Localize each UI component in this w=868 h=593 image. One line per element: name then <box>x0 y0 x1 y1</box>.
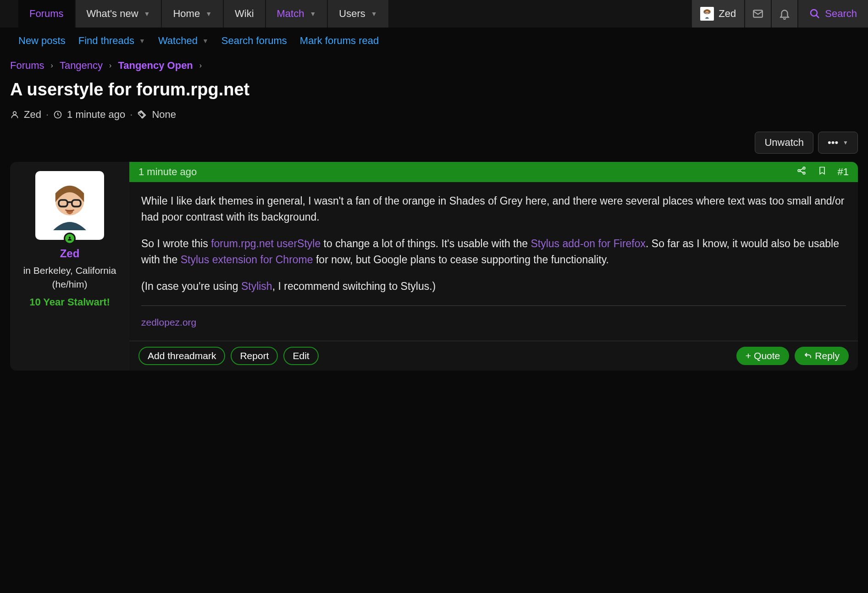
chevron-down-icon: ▼ <box>310 10 316 17</box>
share-icon <box>796 166 807 176</box>
thread-meta: Zed · 1 minute ago · None <box>0 102 868 127</box>
more-menu-button[interactable]: ••• ▼ <box>818 132 858 154</box>
thread-actions: Unwatch ••• ▼ <box>0 127 868 162</box>
sub-nav: New posts Find threads ▼ Watched ▼ Searc… <box>0 28 868 54</box>
link-userstyle[interactable]: forum.rpg.net userStyle <box>211 238 321 249</box>
chevron-down-icon: ▼ <box>144 10 150 17</box>
subnav-markread[interactable]: Mark forums read <box>300 35 379 47</box>
thread-title: A userstyle for forum.rpg.net <box>10 80 858 100</box>
post-body: While I like dark themes in general, I w… <box>129 182 858 341</box>
breadcrumb: Forums › Tangency › Tangency Open › <box>0 54 868 75</box>
crumb-tangency[interactable]: Tangency <box>60 60 103 72</box>
nav-tab-match[interactable]: Match ▼ <box>266 0 327 28</box>
chevron-right-icon: › <box>109 61 111 70</box>
chevron-down-icon: ▼ <box>843 139 848 146</box>
post-user-pronouns: (he/him) <box>16 279 124 290</box>
add-threadmark-button[interactable]: Add threadmark <box>138 347 225 365</box>
post-paragraph: (In case you're using Stylish, I recomme… <box>141 278 846 294</box>
nav-tabs: Forums What's new ▼ Home ▼ Wiki Match ▼ … <box>18 0 389 28</box>
signature-link[interactable]: zedlopez.org <box>141 317 196 327</box>
nav-tab-home[interactable]: Home ▼ <box>162 0 223 28</box>
signature-divider <box>141 305 846 306</box>
post-user-panel: Zed in Berkeley, California (he/him) 10 … <box>10 162 129 371</box>
nav-tab-label: Match <box>277 8 304 20</box>
clock-icon <box>53 110 62 119</box>
quote-button[interactable]: + Quote <box>736 347 789 365</box>
svg-point-12 <box>69 237 71 238</box>
nav-tab-label: Home <box>173 8 200 20</box>
edit-button[interactable]: Edit <box>283 347 318 365</box>
chevron-down-icon: ▼ <box>205 10 212 17</box>
reply-icon <box>804 352 812 360</box>
crumb-forums[interactable]: Forums <box>10 60 44 72</box>
subnav-newposts[interactable]: New posts <box>18 35 66 47</box>
chevron-down-icon[interactable]: ▼ <box>139 37 145 44</box>
post-time[interactable]: 1 minute ago <box>138 166 197 178</box>
nav-tab-label: Forums <box>29 8 64 20</box>
subnav-searchforums[interactable]: Search forums <box>221 35 287 47</box>
post-paragraph: While I like dark themes in general, I w… <box>141 193 846 225</box>
nav-tab-label: What's new <box>87 8 138 20</box>
plus-icon: + <box>746 350 751 361</box>
share-button[interactable] <box>796 166 807 178</box>
link-stylish[interactable]: Stylish <box>241 280 272 292</box>
chevron-down-icon[interactable]: ▼ <box>202 37 209 44</box>
chevron-right-icon: › <box>199 61 202 70</box>
post: Zed in Berkeley, California (he/him) 10 … <box>0 162 868 381</box>
post-username[interactable]: Zed <box>16 247 124 260</box>
avatar-small <box>700 7 714 21</box>
link-stylus-chrome[interactable]: Stylus extension for Chrome <box>181 254 313 266</box>
avatar-image <box>42 178 97 233</box>
search-icon <box>809 8 820 19</box>
nav-tab-users[interactable]: Users ▼ <box>328 0 388 28</box>
post-user-badge: 10 Year Stalwart! <box>16 296 124 308</box>
nav-tab-whatsnew[interactable]: What's new ▼ <box>76 0 161 28</box>
user-name: Zed <box>719 8 736 20</box>
nav-tab-label: Users <box>339 8 365 20</box>
post-actions: Add threadmark Report Edit + Quote Reply <box>129 341 858 371</box>
report-button[interactable]: Report <box>231 347 278 365</box>
crumb-tangency-open[interactable]: Tangency Open <box>118 60 193 72</box>
inbox-button[interactable] <box>745 0 771 28</box>
nav-tab-forums[interactable]: Forums <box>18 0 75 28</box>
top-nav: Forums What's new ▼ Home ▼ Wiki Match ▼ … <box>0 0 868 28</box>
user-menu[interactable]: Zed <box>692 0 744 28</box>
ellipsis-icon: ••• <box>828 137 838 149</box>
search-button[interactable]: Search <box>798 0 868 28</box>
bell-icon <box>779 8 791 20</box>
subnav-watched[interactable]: Watched <box>158 35 198 47</box>
svg-point-7 <box>140 112 141 113</box>
nav-tab-wiki[interactable]: Wiki <box>224 0 265 28</box>
online-indicator-icon <box>64 233 76 244</box>
bookmark-icon <box>818 166 827 176</box>
user-icon <box>10 110 19 119</box>
post-header: 1 minute ago #1 <box>129 162 858 182</box>
bookmark-button[interactable] <box>818 166 827 178</box>
mail-icon <box>752 8 764 20</box>
search-label: Search <box>825 8 857 20</box>
link-stylus-firefox[interactable]: Stylus add-on for Firefox <box>531 238 646 249</box>
svg-point-4 <box>811 10 817 16</box>
post-user-title: in Berkeley, California <box>16 264 124 277</box>
post-paragraph: So I wrote this forum.rpg.net userStyle … <box>141 236 846 267</box>
alerts-button[interactable] <box>772 0 797 28</box>
thread-time: 1 minute ago <box>67 109 125 121</box>
thread-author[interactable]: Zed <box>24 109 41 121</box>
unwatch-button[interactable]: Unwatch <box>755 132 813 154</box>
post-content-panel: 1 minute ago #1 While I like dark themes… <box>129 162 858 371</box>
nav-tab-label: Wiki <box>235 8 254 20</box>
tags-icon <box>137 110 147 120</box>
chevron-down-icon: ▼ <box>371 10 377 17</box>
thread-tags[interactable]: None <box>152 109 176 121</box>
avatar[interactable] <box>35 171 104 240</box>
chevron-right-icon: › <box>51 61 53 70</box>
svg-point-5 <box>13 111 17 115</box>
subnav-findthreads[interactable]: Find threads <box>78 35 134 47</box>
post-number[interactable]: #1 <box>838 166 849 178</box>
reply-button[interactable]: Reply <box>795 347 849 365</box>
